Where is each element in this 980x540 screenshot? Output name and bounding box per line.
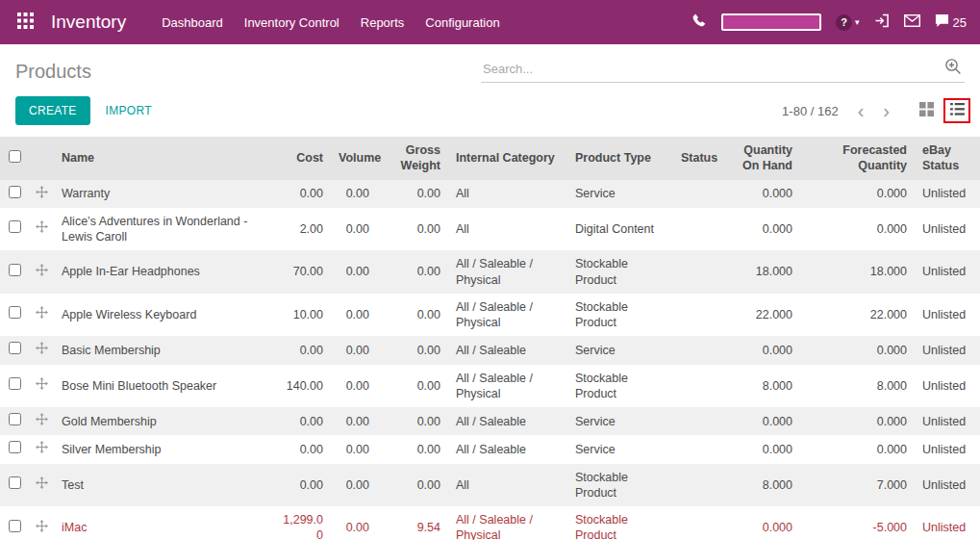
row-checkbox[interactable] bbox=[9, 476, 21, 489]
cell-forecasted-quantity: 22.000 bbox=[800, 294, 915, 337]
column-header-internal-category[interactable]: Internal Category bbox=[448, 137, 567, 180]
row-handle-cell bbox=[29, 506, 54, 540]
cell-ebay-status: Unlisted bbox=[915, 250, 980, 294]
drag-handle-icon[interactable] bbox=[36, 188, 48, 201]
table-row[interactable]: Apple In-Ear Headphones 70.00 0.00 0.00 … bbox=[0, 250, 980, 294]
cell-status bbox=[673, 506, 717, 540]
cell-product-type: Stockable Product bbox=[567, 506, 673, 540]
table-row[interactable]: Basic Membership 0.00 0.00 0.00 All / Sa… bbox=[0, 336, 980, 364]
navbar-right-tools: ? ▾ 25 bbox=[692, 13, 967, 32]
cell-ebay-status: Unlisted bbox=[915, 407, 980, 435]
drag-handle-icon[interactable] bbox=[36, 379, 48, 393]
pager-next-button[interactable]: › bbox=[873, 102, 899, 119]
pager-range[interactable]: 1-80 / 162 bbox=[782, 104, 839, 118]
drag-handle-icon[interactable] bbox=[36, 415, 48, 428]
column-header-volume[interactable]: Volume bbox=[331, 137, 377, 180]
row-checkbox-cell bbox=[0, 336, 29, 364]
cell-gross-weight: 0.00 bbox=[377, 464, 448, 507]
cell-cost: 0.00 bbox=[271, 180, 331, 208]
column-header-product-type[interactable]: Product Type bbox=[567, 137, 673, 180]
cell-quantity-on-hand: 8.000 bbox=[717, 365, 800, 408]
drag-handle-icon[interactable] bbox=[36, 308, 48, 321]
cell-product-type: Service bbox=[567, 407, 673, 435]
drag-handle-icon[interactable] bbox=[36, 522, 48, 535]
column-header-quantity-on-hand[interactable]: Quantity On Hand bbox=[717, 137, 800, 180]
sign-in-icon bbox=[874, 13, 890, 32]
column-header-ebay-status[interactable]: eBay Status bbox=[915, 137, 980, 180]
cell-product-type: Service bbox=[567, 435, 673, 463]
cell-quantity-on-hand: 22.000 bbox=[717, 294, 800, 337]
cell-internal-category: All / Saleable / Physical bbox=[448, 365, 567, 408]
pager-previous-button[interactable]: ‹ bbox=[848, 102, 874, 119]
row-checkbox[interactable] bbox=[9, 186, 21, 198]
list-view-button[interactable] bbox=[943, 98, 970, 123]
row-handle-cell bbox=[29, 407, 54, 435]
nav-item-dashboard[interactable]: Dashboard bbox=[151, 7, 234, 39]
nav-item-reports[interactable]: Reports bbox=[350, 7, 415, 39]
nav-item-configuration[interactable]: Configuration bbox=[415, 7, 510, 39]
main-menu: Dashboard Inventory Control Reports Conf… bbox=[151, 7, 510, 39]
row-checkbox[interactable] bbox=[9, 441, 21, 453]
row-handle-cell bbox=[29, 180, 54, 208]
column-header-name[interactable]: Name bbox=[54, 137, 271, 180]
drag-handle-icon[interactable] bbox=[36, 443, 48, 456]
row-checkbox[interactable] bbox=[9, 306, 21, 319]
table-row[interactable]: Apple Wireless Keyboard 10.00 0.00 0.00 … bbox=[0, 294, 980, 337]
column-header-gross-weight[interactable]: Gross Weight bbox=[377, 137, 448, 180]
row-checkbox[interactable] bbox=[9, 520, 21, 532]
row-checkbox[interactable] bbox=[9, 413, 21, 425]
column-header-cost[interactable]: Cost bbox=[271, 137, 331, 180]
drag-handle-icon[interactable] bbox=[36, 222, 48, 236]
create-button[interactable]: CREATE bbox=[15, 96, 90, 125]
import-button[interactable]: IMPORT bbox=[106, 104, 152, 117]
help-menu[interactable]: ? ▾ bbox=[836, 14, 860, 31]
search-input[interactable] bbox=[483, 62, 943, 76]
table-row[interactable]: Warranty 0.00 0.00 0.00 All Service 0.00… bbox=[0, 180, 980, 208]
cell-internal-category: All / Saleable / Physical bbox=[448, 250, 567, 294]
nav-item-inventory-control[interactable]: Inventory Control bbox=[234, 7, 350, 39]
help-icon: ? bbox=[836, 14, 852, 31]
cell-name: Test bbox=[54, 464, 271, 507]
column-header-forecasted-quantity[interactable]: Forecasted Quantity bbox=[800, 137, 915, 180]
table-row[interactable]: iMac 1,299.00 0.00 9.54 All / Saleable /… bbox=[0, 506, 980, 540]
apps-menu-button[interactable] bbox=[10, 7, 41, 39]
cell-status bbox=[673, 435, 717, 463]
cell-gross-weight: 0.00 bbox=[377, 365, 448, 408]
row-checkbox[interactable] bbox=[9, 377, 21, 390]
select-all-checkbox-cell bbox=[0, 137, 29, 180]
cell-status bbox=[673, 180, 717, 208]
cell-volume: 0.00 bbox=[331, 506, 377, 540]
breadcrumb-search-row: Products bbox=[0, 44, 980, 85]
row-checkbox[interactable] bbox=[9, 342, 21, 354]
row-checkbox[interactable] bbox=[9, 264, 21, 276]
sign-in-button[interactable] bbox=[874, 13, 890, 32]
cell-volume: 0.00 bbox=[331, 250, 377, 294]
phone-button[interactable] bbox=[692, 13, 707, 32]
chat-button[interactable]: 25 bbox=[935, 13, 967, 32]
cell-quantity-on-hand: 0.000 bbox=[717, 506, 800, 540]
select-all-checkbox[interactable] bbox=[9, 150, 21, 163]
cell-gross-weight: 0.00 bbox=[377, 250, 448, 294]
drag-handle-icon[interactable] bbox=[36, 344, 48, 357]
table-row[interactable]: Gold Membership 0.00 0.00 0.00 All / Sal… bbox=[0, 407, 980, 435]
user-menu-redacted[interactable] bbox=[721, 13, 821, 31]
table-row[interactable]: Alice’s Adventures in Wonderland - Lewis… bbox=[0, 208, 980, 251]
row-handle-cell bbox=[29, 365, 54, 408]
cell-name: Warranty bbox=[54, 180, 271, 208]
table-row[interactable]: Test 0.00 0.00 0.00 All Stockable Produc… bbox=[0, 464, 980, 507]
table-row[interactable]: Silver Membership 0.00 0.00 0.00 All / S… bbox=[0, 435, 980, 463]
row-checkbox[interactable] bbox=[9, 220, 21, 233]
cell-quantity-on-hand: 8.000 bbox=[717, 464, 800, 507]
messages-inbox-button[interactable] bbox=[904, 13, 920, 31]
drag-handle-icon[interactable] bbox=[36, 478, 48, 492]
table-row[interactable]: Bose Mini Bluetooth Speaker 140.00 0.00 … bbox=[0, 365, 980, 408]
column-header-status[interactable]: Status bbox=[673, 137, 717, 180]
cell-internal-category: All / Saleable / Physical bbox=[448, 506, 567, 540]
search-options-button[interactable] bbox=[943, 58, 963, 79]
cell-internal-category: All / Saleable bbox=[448, 407, 567, 435]
kanban-view-button[interactable] bbox=[913, 98, 940, 123]
product-rows: Warranty 0.00 0.00 0.00 All Service 0.00… bbox=[0, 180, 980, 540]
drag-handle-icon[interactable] bbox=[36, 266, 48, 279]
cell-forecasted-quantity: 0.000 bbox=[800, 208, 915, 251]
search-icon bbox=[944, 58, 962, 79]
